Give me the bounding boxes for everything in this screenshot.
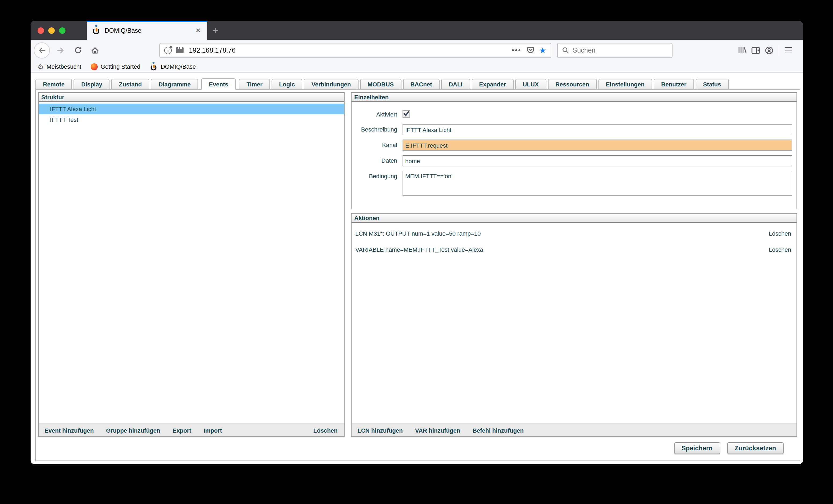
page-actions-icon[interactable]: ••• <box>512 46 521 54</box>
permissions-icon[interactable] <box>176 47 184 53</box>
url-bar[interactable]: i ••• ★ <box>160 43 551 58</box>
tree-item-ifttt-test[interactable]: IFTTT Test <box>39 114 344 125</box>
bookmark-star-icon[interactable]: ★ <box>539 46 546 54</box>
tab-logic[interactable]: Logic <box>271 79 303 89</box>
action-text: LCN M31*: OUTPUT num=1 value=50 ramp=10 <box>355 230 481 237</box>
menu-icon[interactable] <box>785 47 792 53</box>
bookmark-getting-started[interactable]: Getting Started <box>91 63 140 70</box>
add-event-button[interactable]: Event hinzufügen <box>45 427 94 433</box>
window-controls <box>38 21 66 40</box>
app-tab-strip: Remote Display Zustand Diagramme Events … <box>35 78 800 90</box>
aktiviert-label: Aktiviert <box>352 109 403 120</box>
minimize-window-button[interactable] <box>48 27 55 33</box>
reload-button[interactable] <box>71 44 84 57</box>
kanal-field[interactable] <box>403 140 792 151</box>
save-button[interactable]: Speichern <box>674 442 720 454</box>
aktionen-toolbar: LCN hinzufügen VAR hinzufügen Befehl hin… <box>352 424 796 436</box>
beschreibung-field[interactable] <box>403 124 792 135</box>
toolbar-separator <box>779 45 779 55</box>
url-input[interactable] <box>189 46 512 54</box>
tab-zustand[interactable]: Zustand <box>111 79 149 89</box>
tab-benutzer[interactable]: Benutzer <box>654 79 694 89</box>
gear-icon: ⚙ <box>38 63 44 70</box>
form-footer: Speichern Zurücksetzen <box>36 437 800 460</box>
action-text: VARIABLE name=MEM.IFTTT_Test value=Alexa <box>355 246 483 253</box>
pocket-icon[interactable] <box>526 46 534 54</box>
export-button[interactable]: Export <box>172 427 191 433</box>
search-icon <box>562 47 569 54</box>
add-group-button[interactable]: Gruppe hinzufügen <box>106 427 160 433</box>
site-info-icon[interactable]: i <box>164 46 172 54</box>
zoom-window-button[interactable] <box>59 27 66 33</box>
events-view: Struktur IFTTT Alexa Licht IFTTT Test Ev… <box>35 90 800 461</box>
home-button[interactable] <box>89 44 101 57</box>
action-row: VARIABLE name=MEM.IFTTT_Test value=Alexa… <box>352 244 796 255</box>
search-bar[interactable] <box>557 43 672 58</box>
browser-tab-title: DOMIQ/Base <box>105 27 193 33</box>
action-row: LCN M31*: OUTPUT num=1 value=50 ramp=10 … <box>352 228 796 239</box>
import-button[interactable]: Import <box>204 427 222 433</box>
event-tree: IFTTT Alexa Licht IFTTT Test <box>39 102 344 424</box>
account-icon[interactable] <box>765 46 774 54</box>
delete-action-link[interactable]: Löschen <box>769 230 791 237</box>
forward-button[interactable] <box>54 44 67 57</box>
tab-expander[interactable]: Expander <box>472 79 514 89</box>
struktur-panel-header: Struktur <box>39 93 344 102</box>
bookmarks-bar: ⚙ Meistbesucht Getting Started DOMIQ/Bas… <box>30 61 803 73</box>
bedingung-label: Bedingung <box>352 171 403 198</box>
tab-dali[interactable]: DALI <box>441 79 470 89</box>
tab-events[interactable]: Events <box>201 78 236 90</box>
browser-window: DOMIQ/Base ✕ + i <box>30 21 803 464</box>
close-window-button[interactable] <box>38 27 44 33</box>
add-befehl-button[interactable]: Befehl hinzufügen <box>473 427 524 433</box>
aktionen-panel-header: Aktionen <box>352 214 796 223</box>
tab-diagramme[interactable]: Diagramme <box>151 79 198 89</box>
browser-titlebar: DOMIQ/Base ✕ + <box>30 21 803 40</box>
tab-bacnet[interactable]: BACnet <box>403 79 439 89</box>
reset-button[interactable]: Zurücksetzen <box>727 442 784 454</box>
tab-verbindungen[interactable]: Verbindungen <box>304 79 359 89</box>
aktiviert-checkbox[interactable] <box>403 110 410 118</box>
bedingung-field[interactable]: MEM.IFTTT=='on' <box>403 171 792 196</box>
domiq-favicon <box>92 26 100 34</box>
tree-item-ifttt-alexa-licht[interactable]: IFTTT Alexa Licht <box>39 103 344 114</box>
tab-close-icon[interactable]: ✕ <box>193 25 203 35</box>
tab-display[interactable]: Display <box>74 79 110 89</box>
delete-action-link[interactable]: Löschen <box>769 246 791 253</box>
tab-ulux[interactable]: ULUX <box>515 79 546 89</box>
tab-remote[interactable]: Remote <box>35 79 72 89</box>
checkmark-icon <box>403 111 409 117</box>
aktionen-panel: Aktionen LCN M31*: OUTPUT num=1 value=50… <box>351 213 797 437</box>
beschreibung-label: Beschreibung <box>352 124 403 135</box>
tab-timer[interactable]: Timer <box>239 79 270 89</box>
einzelheiten-panel-header: Einzelheiten <box>352 93 796 102</box>
struktur-panel: Struktur IFTTT Alexa Licht IFTTT Test Ev… <box>38 92 344 437</box>
browser-tab[interactable]: DOMIQ/Base ✕ <box>87 21 207 40</box>
daten-label: Daten <box>352 155 403 166</box>
einzelheiten-panel: Einzelheiten Aktiviert Beschreibung <box>351 92 797 209</box>
sidebar-icon[interactable] <box>752 46 760 54</box>
daten-field[interactable] <box>403 155 792 166</box>
struktur-toolbar: Event hinzufügen Gruppe hinzufügen Expor… <box>39 424 344 436</box>
navigation-toolbar: i ••• ★ <box>30 40 803 61</box>
tab-ressourcen[interactable]: Ressourcen <box>548 79 597 89</box>
tab-einstellungen[interactable]: Einstellungen <box>598 79 652 89</box>
firefox-icon <box>91 63 98 70</box>
domiq-favicon <box>150 63 158 70</box>
add-var-button[interactable]: VAR hinzufügen <box>415 427 460 433</box>
tab-modbus[interactable]: MODBUS <box>360 79 401 89</box>
library-icon[interactable] <box>737 46 746 54</box>
delete-event-button[interactable]: Löschen <box>313 427 338 433</box>
tab-status[interactable]: Status <box>696 79 729 89</box>
back-button[interactable] <box>34 42 50 58</box>
bookmark-most-visited[interactable]: ⚙ Meistbesucht <box>38 63 81 70</box>
search-input[interactable] <box>573 46 668 54</box>
kanal-label: Kanal <box>352 140 403 151</box>
new-tab-button[interactable]: + <box>207 21 223 40</box>
page-content: Remote Display Zustand Diagramme Events … <box>30 73 803 464</box>
add-lcn-button[interactable]: LCN hinzufügen <box>357 427 403 433</box>
aktionen-list: LCN M31*: OUTPUT num=1 value=50 ramp=10 … <box>352 223 796 424</box>
bookmark-domiq-base[interactable]: DOMIQ/Base <box>150 63 196 71</box>
